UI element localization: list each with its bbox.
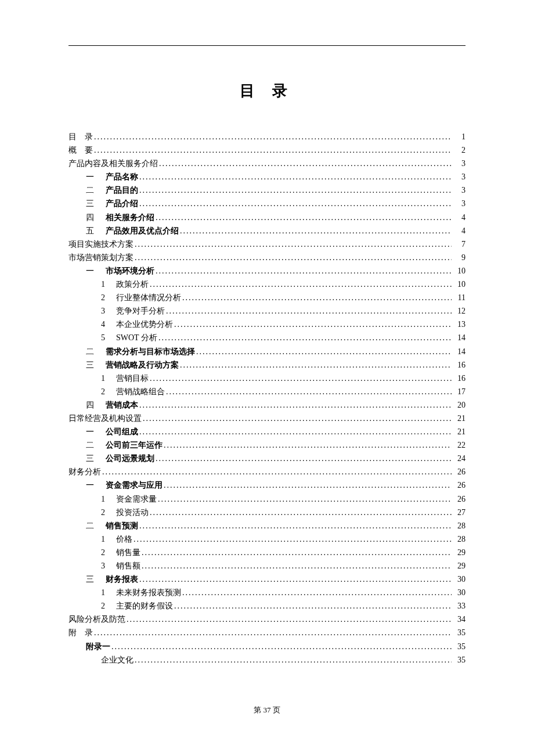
toc-entry-number: 1	[101, 532, 110, 546]
toc-entry-label: 市场营销策划方案	[68, 251, 134, 264]
toc-entry-page: 21	[453, 412, 466, 425]
toc-entry-number: 四	[86, 211, 100, 224]
toc-entry-number: 2	[101, 599, 110, 613]
toc-entry-number: 五	[86, 224, 100, 237]
toc-entry: 2营销战略组合17	[68, 385, 466, 398]
toc-entry-label: 财务报表	[106, 573, 138, 586]
toc-entry-number: 一	[86, 478, 100, 492]
toc-entry-label: 风险分析及防范	[68, 613, 125, 626]
toc-entry-page: 27	[453, 506, 466, 519]
toc-entry-page: 30	[453, 586, 466, 599]
toc-entry-page: 10	[453, 264, 466, 278]
toc-entry: 5SWOT 分析14	[68, 331, 466, 344]
toc-entry: 日常经营及机构设置21	[68, 412, 466, 425]
toc-leader-dots	[166, 304, 452, 318]
toc-entry: 五产品效用及优点介绍4	[68, 224, 466, 237]
toc-entry-page: 33	[453, 599, 466, 613]
toc-entry-page: 4	[453, 224, 466, 237]
toc-entry: 四营销成本20	[68, 398, 466, 412]
toc-entry-page: 35	[453, 626, 466, 639]
toc-leader-dots	[142, 546, 452, 559]
toc-entry: 1价格28	[68, 532, 466, 546]
toc-entry-number: 三	[86, 358, 100, 372]
toc-leader-dots	[150, 372, 452, 385]
toc-entry-page: 11	[453, 291, 466, 304]
toc-entry: 3竞争对手分析12	[68, 304, 466, 318]
toc-entry: 三公司远景规划24	[68, 452, 466, 465]
toc-entry-number: 一	[86, 425, 100, 438]
toc-entry-number: 1	[101, 586, 110, 599]
toc-entry-label: 产品内容及相关服务介绍	[68, 157, 158, 170]
toc-entry-label: 概 要	[68, 143, 93, 157]
toc-entry-label: 本企业优势分析	[116, 318, 173, 331]
toc-leader-dots	[139, 183, 452, 197]
toc-entry-number: 一	[86, 264, 100, 278]
toc-leader-dots	[164, 438, 452, 452]
toc-entry-number: 1	[101, 278, 110, 291]
toc-entry-page: 14	[453, 345, 466, 358]
toc-entry-label: 竞争对手分析	[116, 304, 165, 318]
toc-entry: 二销售预测28	[68, 519, 466, 532]
toc-entry: 2行业整体情况分析11	[68, 291, 466, 304]
toc-entry: 产品内容及相关服务介绍3	[68, 157, 466, 170]
toc-entry-label: 公司组成	[106, 425, 138, 438]
toc-entry-page: 35	[453, 640, 466, 653]
toc-entry: 二公司前三年运作22	[68, 438, 466, 452]
toc-entry-number: 一	[86, 170, 100, 183]
toc-entry-label: 销售量	[116, 546, 140, 559]
toc-entry-number: 四	[86, 398, 100, 412]
toc-entry-label: 产品名称	[106, 170, 138, 183]
toc-entry-number: 2	[101, 506, 110, 519]
toc-entry-page: 29	[453, 559, 466, 573]
toc-leader-dots	[94, 130, 452, 143]
toc-entry-label: 市场环境分析	[106, 264, 154, 278]
toc-entry-page: 7	[453, 237, 466, 251]
toc-leader-dots	[159, 157, 452, 170]
toc-leader-dots	[174, 318, 452, 331]
toc-entry-number: 1	[101, 492, 110, 506]
toc-entry-number: 二	[86, 183, 100, 197]
toc-entry: 三财务报表30	[68, 573, 466, 586]
toc-entry-label: 主要的财务假设	[116, 599, 173, 613]
toc-entry-page: 20	[453, 398, 466, 412]
toc-entry-label: 行业整体情况分析	[116, 291, 181, 304]
toc-entry-label: 产品效用及优点介绍	[106, 224, 179, 237]
toc-leader-dots	[94, 143, 452, 157]
toc-entry: 项目实施技术方案7	[68, 237, 466, 251]
toc-leader-dots	[111, 640, 452, 653]
toc-entry-page: 17	[453, 385, 466, 398]
toc-entry-label: 需求分析与目标市场选择	[106, 345, 195, 358]
toc-entry: 附 录35	[68, 626, 466, 639]
toc-entry-number: 二	[86, 519, 100, 532]
toc-leader-dots	[182, 586, 452, 599]
toc-entry: 1资金需求量26	[68, 492, 466, 506]
toc-leader-dots	[166, 385, 452, 398]
toc-entry: 3销售额29	[68, 559, 466, 573]
toc-entry-number: 2	[101, 546, 110, 559]
toc-entry: 1政策分析10	[68, 278, 466, 291]
toc-entry-label: 资金需求量	[116, 492, 157, 506]
page-footer: 第 37 页	[0, 705, 534, 715]
toc-entry-page: 3	[453, 197, 466, 210]
toc-leader-dots	[135, 653, 452, 667]
toc-entry-page: 26	[453, 465, 466, 478]
toc-leader-dots	[135, 237, 452, 251]
toc-entry: 市场营销策划方案9	[68, 251, 466, 264]
toc-entry-label: 项目实施技术方案	[68, 237, 134, 251]
toc-entry-label: 企业文化	[101, 653, 134, 667]
toc-entry-label: 销售额	[116, 559, 140, 573]
toc-entry-label: 相关服务介绍	[106, 211, 154, 224]
toc-entry: 二需求分析与目标市场选择14	[68, 345, 466, 358]
toc-entry: 目 录1	[68, 130, 466, 143]
toc-entry-label: 公司远景规划	[106, 452, 154, 465]
toc-leader-dots	[156, 264, 452, 278]
toc-leader-dots	[156, 211, 452, 224]
toc-entry-label: 附 录	[68, 626, 93, 639]
document-page: 目 录 目 录1概 要2产品内容及相关服务介绍3一产品名称3二产品目的3三产品介…	[0, 0, 534, 756]
toc-entry: 风险分析及防范34	[68, 613, 466, 626]
toc-entry: 2销售量29	[68, 546, 466, 559]
toc-entry-label: 投资活动	[116, 506, 149, 519]
toc-entry-label: 价格	[116, 532, 132, 546]
toc-entry-page: 3	[453, 183, 466, 197]
toc-entry-page: 24	[453, 452, 466, 465]
